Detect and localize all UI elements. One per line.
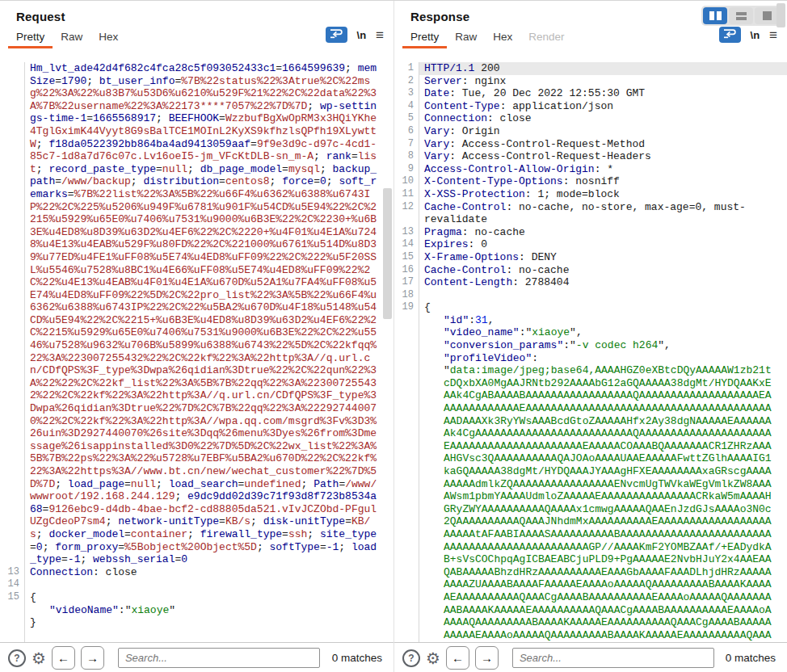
request-tab-hex[interactable]: Hex <box>90 27 126 48</box>
request-tab-raw[interactable]: Raw <box>53 27 90 48</box>
response-tabstrip: Pretty Raw Hex Render \n ≡ <box>394 23 787 48</box>
line-number: 15 <box>0 591 24 604</box>
gutter-divider <box>24 62 25 642</box>
line-number: 17 <box>394 276 419 289</box>
response-scrollbar-thumb[interactable] <box>776 3 785 27</box>
response-search-bar: ? ⚙ ← → 0 matches <box>394 642 787 672</box>
line-number: 8 <box>394 150 419 163</box>
response-tab-render[interactable]: Render <box>520 27 572 48</box>
code-line: 14Expires: 0 <box>394 238 787 251</box>
layout-columns-button[interactable] <box>703 7 727 24</box>
code-line: } <box>0 616 394 629</box>
line-number: 14 <box>394 238 419 251</box>
help-icon[interactable]: ? <box>402 649 420 667</box>
search-settings-gear-icon[interactable]: ⚙ <box>426 650 440 666</box>
code-line: 9Access-Control-Allow-Origin: * <box>394 163 787 176</box>
code-line: 4Content-Type: application/json <box>394 100 787 113</box>
code-line: 5Connection: close <box>394 112 787 125</box>
request-tab-pretty[interactable]: Pretty <box>8 27 53 48</box>
line-number: 4 <box>394 100 419 113</box>
code-line: 15X-Frame-Options: DENY <box>394 251 787 264</box>
request-scrollbar-thumb[interactable] <box>383 188 392 319</box>
search-settings-gear-icon[interactable]: ⚙ <box>32 650 46 666</box>
help-icon[interactable]: ? <box>8 649 26 667</box>
response-tab-pretty[interactable]: Pretty <box>402 27 447 48</box>
single-pane-icon <box>763 11 772 20</box>
line-number <box>0 62 24 566</box>
code-line: "conversion_params":"-v codec h264", <box>394 339 787 352</box>
request-editor[interactable]: Hm_lvt_ade42d4f682c4fca28c5f093052433c1=… <box>0 62 394 642</box>
code-line: Hm_lvt_ade42d4f682c4fca28c5f093052433c1=… <box>0 62 394 566</box>
line-number <box>394 352 419 365</box>
response-tab-hex[interactable]: Hex <box>485 27 520 48</box>
code-line: 7Vary: Access-Control-Request-Method <box>394 138 787 151</box>
line-number <box>394 339 419 352</box>
line-number <box>0 616 24 629</box>
code-line: 17Content-Length: 2788404 <box>394 276 787 289</box>
editor-menu-icon[interactable]: ≡ <box>376 28 384 42</box>
code-line: 6Vary: Origin <box>394 125 787 138</box>
layout-single-button[interactable] <box>755 7 779 24</box>
line-number: 3 <box>394 87 419 100</box>
line-number <box>0 604 24 617</box>
code-line: 16Cache-Control: no-cache <box>394 264 787 277</box>
code-line: 13Connection: close <box>0 566 394 579</box>
columns-icon <box>709 11 714 20</box>
previous-match-button[interactable]: ← <box>446 646 469 670</box>
code-line: "data:image/jpeg;base64,AAAAHGZ0eXBtcDQy… <box>394 364 787 642</box>
line-number: 2 <box>394 75 419 88</box>
response-match-count: 0 matches <box>726 652 779 664</box>
gutter-divider <box>419 62 419 642</box>
response-editor[interactable]: 1HTTP/1.1 2002Server: nginx3Date: Tue, 2… <box>394 62 787 642</box>
line-number: 13 <box>394 226 419 239</box>
code-line: "videoName":"xiaoye" <box>0 604 394 617</box>
next-match-button[interactable]: → <box>475 646 499 670</box>
request-search-input[interactable] <box>118 648 320 668</box>
word-wrap-toggle-button[interactable] <box>719 27 741 43</box>
code-line: 2Server: nginx <box>394 75 787 88</box>
code-line: 15{ <box>0 591 394 604</box>
line-number: 11 <box>394 188 419 201</box>
code-line: 3Date: Tue, 20 Dec 2022 12:55:30 GMT <box>394 87 787 100</box>
code-line: 11X-XSS-Protection: 1; mode=block <box>394 188 787 201</box>
code-line: "id":31, <box>394 314 787 327</box>
code-line: 1HTTP/1.1 200 <box>394 62 787 75</box>
line-number: 5 <box>394 112 419 125</box>
code-line: 19{ <box>394 301 787 314</box>
previous-match-button[interactable]: ← <box>52 646 75 670</box>
code-line: 14 <box>0 578 394 591</box>
line-number: 1 <box>394 62 419 75</box>
show-newlines-toggle[interactable]: \n <box>751 29 760 41</box>
word-wrap-icon <box>723 27 736 42</box>
response-tab-raw[interactable]: Raw <box>447 27 485 48</box>
line-number: 14 <box>0 578 24 591</box>
line-number: 7 <box>394 138 419 151</box>
line-number <box>394 314 419 327</box>
code-line: "video_name":"xiaoye", <box>394 326 787 339</box>
line-number: 12 <box>394 201 419 226</box>
code-line: 8Vary: Access-Control-Request-Headers <box>394 150 787 163</box>
response-panel: Response Pretty Raw Hex Render \n ≡ 1HTT… <box>394 1 787 672</box>
line-number: 19 <box>394 301 419 314</box>
word-wrap-icon <box>330 27 343 42</box>
editor-menu-icon[interactable]: ≡ <box>769 28 777 42</box>
line-number: 6 <box>394 125 419 138</box>
request-search-bar: ? ⚙ ← → 0 matches <box>0 642 394 672</box>
request-panel: Request Pretty Raw Hex \n ≡ Hm_lvt_ade42… <box>0 1 394 672</box>
word-wrap-toggle-button[interactable] <box>326 27 347 43</box>
next-match-button[interactable]: → <box>81 646 104 670</box>
line-number <box>394 326 419 339</box>
request-tabstrip: Pretty Raw Hex \n ≡ <box>0 23 394 48</box>
line-number: 15 <box>394 251 419 264</box>
line-number: 9 <box>394 163 419 176</box>
response-search-input[interactable] <box>512 648 714 668</box>
request-match-count: 0 matches <box>332 652 385 664</box>
layout-stacked-button[interactable] <box>729 7 753 24</box>
code-line: 18 <box>394 289 787 302</box>
line-number <box>394 364 419 642</box>
show-newlines-toggle[interactable]: \n <box>357 29 367 41</box>
line-number: 16 <box>394 264 419 277</box>
code-line: "profileVideo": <box>394 352 787 365</box>
stacked-rows-icon <box>736 12 747 20</box>
request-title: Request <box>0 1 394 23</box>
